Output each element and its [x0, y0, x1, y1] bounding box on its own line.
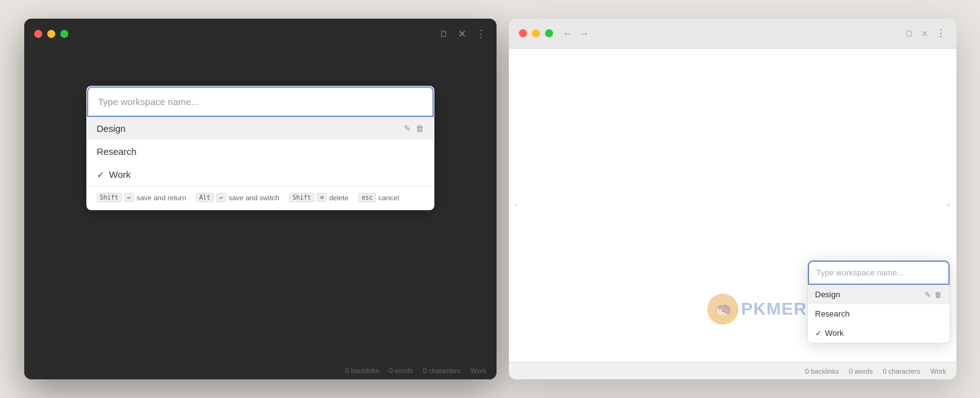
traffic-lights-light [519, 29, 553, 37]
light-titlebar: ← → 🗋 ✕ ⋮ [509, 19, 956, 49]
dark-content: Design ✎ 🗑 Research ✓ Work [24, 49, 497, 362]
trash-icon[interactable]: 🗑 [416, 124, 424, 133]
sidebar-toggle-left[interactable]: › [509, 190, 524, 220]
workspace-dropdown-light: Design ✎ 🗑 Research ✓ Work [807, 260, 950, 343]
back-icon[interactable]: ← [563, 28, 572, 39]
workspace-dropdown-dark: Design ✎ 🗑 Research ✓ Work [86, 86, 434, 210]
shortcut-label2: save and switch [229, 194, 280, 201]
edit-icon[interactable]: ✎ [404, 124, 411, 133]
close-button-light[interactable] [519, 29, 527, 37]
characters-count-light: 0 characters [883, 368, 921, 375]
sidebar-toggle-right[interactable]: ‹ [941, 190, 956, 220]
light-window: ← → 🗋 ✕ ⋮ › ‹ 🦔 PKMER [509, 19, 956, 379]
close-icon-light[interactable]: ✕ [921, 29, 928, 39]
workspace-search-input-dark[interactable] [87, 86, 434, 117]
maximize-button-light[interactable] [545, 29, 553, 37]
key-enter2: ↩ [216, 193, 226, 202]
trash-icon-light[interactable]: 🗑 [935, 290, 942, 299]
backlinks-count-dark: 0 backlinks [346, 367, 379, 374]
list-item[interactable]: Research [87, 140, 434, 163]
workspace-list-dark: Design ✎ 🗑 Research ✓ Work [87, 117, 434, 210]
characters-count-dark: 0 characters [423, 367, 461, 374]
shortcut-cancel: esc cancel [359, 193, 399, 202]
light-statusbar: 0 backlinks 0 words 0 characters Work [509, 362, 956, 379]
checkmark-work-light: ✓ [815, 329, 822, 338]
list-item[interactable]: Design ✎ 🗑 [87, 117, 434, 140]
list-item[interactable]: Design ✎ 🗑 [808, 285, 950, 304]
dark-toolbar-icons: 🗋 ✕ ⋮ [439, 28, 487, 40]
words-count-dark: 0 words [389, 367, 413, 374]
list-item[interactable]: ✓ Work [808, 323, 950, 343]
key-shift2: Shift [289, 193, 314, 202]
close-icon[interactable]: ✕ [458, 28, 466, 40]
file-icon[interactable]: 🗋 [439, 29, 448, 39]
key-backspace: ⌫ [317, 193, 327, 202]
workspace-list-light: Design ✎ 🗑 Research ✓ Work [808, 285, 950, 343]
key-alt: Alt [196, 193, 214, 202]
shortcut-save-return: Shift ↩ save and return [97, 193, 186, 202]
traffic-lights [34, 30, 68, 38]
dark-statusbar: 0 backlinks 0 words 0 characters Work [24, 362, 497, 379]
workspace-label-light[interactable]: Work [930, 368, 946, 375]
item-label-work-dark: Work [109, 169, 424, 180]
backlinks-count-light: 0 backlinks [805, 368, 839, 375]
screens-container: 🗋 ✕ ⋮ Design ✎ 🗑 [0, 6, 980, 392]
item-label-work-light: Work [825, 328, 942, 338]
workspace-search-input-light[interactable] [808, 261, 950, 285]
item-label-design-light: Design [815, 290, 925, 299]
edit-icon-light[interactable]: ✎ [925, 290, 931, 299]
shortcut-delete: Shift ⌫ delete [289, 193, 348, 202]
list-item[interactable]: ✓ Work [87, 163, 434, 186]
item-actions-design-light: ✎ 🗑 [925, 290, 942, 299]
shortcut-label4: cancel [378, 194, 399, 201]
key-esc: esc [359, 193, 376, 202]
shortcut-save-switch: Alt ↩ save and switch [196, 193, 280, 202]
minimize-button-light[interactable] [532, 29, 540, 37]
item-label-research-dark: Research [97, 146, 424, 157]
words-count-light: 0 words [849, 368, 873, 375]
item-actions-design: ✎ 🗑 [404, 124, 424, 133]
item-label-research-light: Research [815, 309, 942, 318]
watermark-logo: 🦔 [707, 294, 738, 325]
file-icon-light[interactable]: 🗋 [905, 29, 914, 39]
close-button[interactable] [34, 30, 42, 38]
forward-icon[interactable]: → [580, 28, 589, 39]
checkmark-work-dark: ✓ [97, 170, 104, 180]
maximize-button[interactable] [60, 30, 68, 38]
workspace-label-dark[interactable]: Work [470, 367, 486, 374]
minimize-button[interactable] [47, 30, 55, 38]
key-shift: Shift [97, 193, 122, 202]
dark-titlebar: 🗋 ✕ ⋮ [24, 19, 497, 49]
dark-window: 🗋 ✕ ⋮ Design ✎ 🗑 [24, 19, 497, 379]
shortcut-label3: delete [329, 194, 349, 201]
shortcut-label: save and return [137, 194, 186, 201]
watermark-text: PKMER [741, 299, 807, 319]
list-item[interactable]: Research [808, 304, 950, 323]
watermark: 🦔 PKMER [707, 294, 807, 325]
light-content: › ‹ 🦔 PKMER Design ✎ 🗑 [509, 49, 956, 362]
shortcuts-bar: Shift ↩ save and return Alt ↩ save and s… [87, 186, 434, 210]
light-toolbar-center: ← → [563, 28, 589, 39]
light-toolbar-right: 🗋 ✕ ⋮ [905, 27, 946, 39]
more-icon-light[interactable]: ⋮ [936, 27, 946, 39]
more-icon[interactable]: ⋮ [476, 28, 487, 40]
key-enter: ↩ [124, 193, 134, 202]
item-label-design-dark: Design [97, 123, 404, 134]
